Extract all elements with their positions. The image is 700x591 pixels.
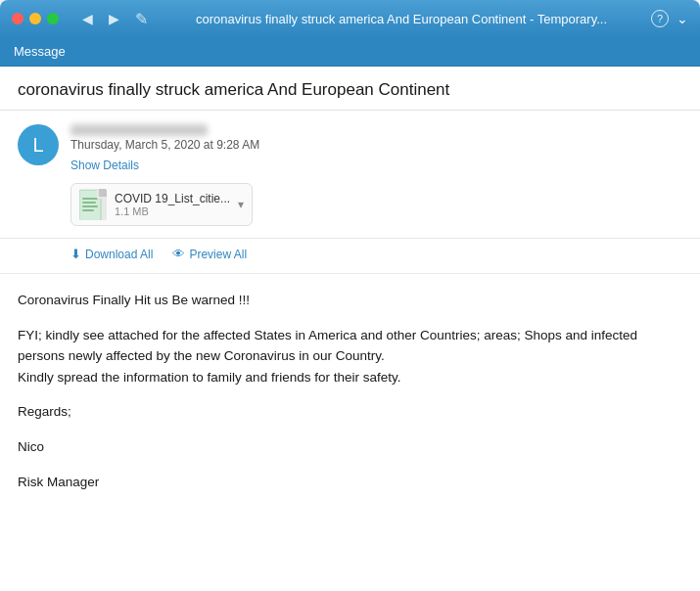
sender-row [70, 124, 682, 136]
email-meta: Thursday, March 5, 2020 at 9:28 AM Show … [70, 124, 682, 226]
minimize-button[interactable] [29, 13, 41, 24]
eye-icon: 👁 [172, 247, 185, 261]
email-body: Coronavirus Finally Hit us Be warned !!!… [0, 274, 700, 522]
svg-rect-2 [82, 198, 98, 200]
email-content: coronavirus finally struck america And E… [0, 67, 700, 591]
avatar: L [18, 124, 59, 165]
preview-all-label: Preview All [189, 248, 247, 261]
email-body-regards: Regards; [18, 401, 682, 423]
help-button[interactable]: ? [651, 10, 669, 27]
toolbar-label: Message [14, 44, 66, 59]
chevron-down-icon[interactable]: ⌄ [677, 11, 688, 26]
attachment-area: COVID 19_List_citie... 1.1 MB ▾ [70, 183, 682, 226]
toolbar: Message [0, 37, 700, 67]
back-button[interactable]: ◀ [78, 8, 97, 30]
attachment-info: COVID 19_List_citie... 1.1 MB [115, 192, 230, 217]
download-icon: ⬇ [70, 247, 81, 261]
email-body-line1: Coronavirus Finally Hit us Be warned !!! [18, 290, 682, 311]
preview-all-link[interactable]: 👁 Preview All [172, 247, 247, 261]
forward-button[interactable]: ▶ [105, 8, 123, 30]
email-body-line2: FYI; kindly see attached for the affecte… [18, 325, 682, 388]
attachment-name: COVID 19_List_citie... [115, 192, 230, 205]
close-button[interactable] [12, 13, 23, 24]
compose-button[interactable]: ✎ [131, 8, 152, 30]
sender-name [70, 124, 208, 136]
attachment-size: 1.1 MB [115, 205, 230, 217]
email-body-name: Nico [18, 436, 682, 458]
email-header: L Thursday, March 5, 2020 at 9:28 AM Sho… [0, 111, 700, 239]
attachment-file-icon [79, 189, 107, 220]
svg-marker-1 [101, 190, 107, 196]
svg-rect-5 [82, 209, 94, 211]
download-all-label: Download All [85, 248, 153, 261]
action-row: ⬇ Download All 👁 Preview All [0, 239, 700, 274]
attachment-icon [79, 189, 107, 220]
attachment-item[interactable]: COVID 19_List_citie... 1.1 MB ▾ [70, 183, 253, 226]
svg-rect-4 [82, 205, 98, 207]
email-subject: coronavirus finally struck america And E… [0, 67, 700, 111]
email-date: Thursday, March 5, 2020 at 9:28 AM [70, 138, 682, 152]
traffic-lights [12, 13, 59, 24]
email-body-title: Risk Manager [18, 472, 682, 493]
title-bar-right: ? ⌄ [651, 10, 688, 27]
maximize-button[interactable] [47, 13, 59, 24]
svg-rect-0 [79, 190, 101, 220]
title-bar: ◀ ▶ ✎ coronavirus finally struck america… [0, 0, 700, 37]
window-title: coronavirus finally struck america And E… [160, 12, 643, 26]
nav-buttons: ◀ ▶ ✎ [78, 8, 152, 30]
attachment-chevron-icon[interactable]: ▾ [238, 198, 244, 211]
download-all-link[interactable]: ⬇ Download All [70, 247, 153, 261]
show-details-link[interactable]: Show Details [70, 159, 139, 172]
svg-rect-3 [82, 202, 96, 204]
